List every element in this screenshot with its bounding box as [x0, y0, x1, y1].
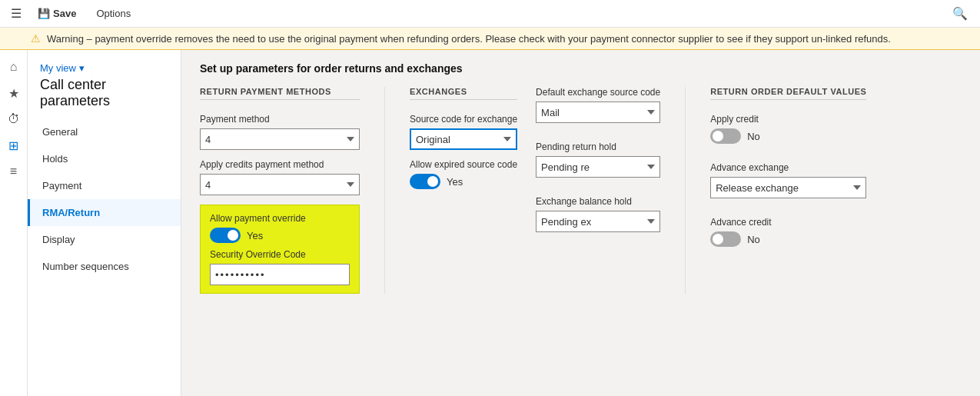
content-area: My view ▾ Call center parameters General… [28, 50, 980, 396]
page-title: Call center parameters [28, 75, 181, 118]
exchanges-label: EXCHANGES [410, 87, 517, 100]
options-button[interactable]: Options [88, 4, 139, 23]
save-button[interactable]: 💾 Save [29, 4, 85, 23]
main-panel: Set up parameters for order returns and … [181, 50, 980, 396]
allow-override-field: Allow payment override Yes [210, 213, 350, 243]
warning-icon: ⚠ [31, 32, 41, 45]
pending-return-label: Pending return hold [536, 141, 660, 152]
warning-text: Warning – payment override removes the n… [47, 33, 891, 45]
allow-expired-label: Allow expired source code [410, 159, 517, 170]
advance-credit-toggle[interactable] [710, 231, 741, 247]
source-code-exchange-label: Source code for exchange [410, 114, 517, 125]
apply-credits-select[interactable]: 4 [200, 174, 360, 195]
allow-override-toggle[interactable] [210, 228, 241, 243]
warning-banner: ⚠ Warning – payment override removes the… [0, 28, 980, 50]
hamburger-icon[interactable]: ☰ [6, 3, 26, 24]
advance-exchange-select[interactable]: Release exchange [710, 177, 866, 198]
section-title: Set up parameters for order returns and … [200, 62, 962, 75]
sidebar: My view ▾ Call center parameters General… [28, 50, 181, 396]
sidebar-item-general[interactable]: General [28, 118, 181, 145]
breadcrumb[interactable]: My view ▾ [28, 56, 181, 75]
advance-credit-label: Advance credit [710, 217, 866, 228]
source-code-exchange-field: Source code for exchange Original [410, 114, 517, 150]
security-code-input[interactable] [210, 264, 350, 285]
apply-credit-toggle[interactable] [710, 128, 741, 144]
sidebar-item-holds[interactable]: Holds [28, 145, 181, 172]
payment-method-label: Payment method [200, 114, 360, 125]
pending-column: Default exchange source code Mail Pendin… [536, 87, 660, 294]
sidebar-item-payment[interactable]: Payment [28, 172, 181, 199]
default-source-label: Default exchange source code [536, 87, 660, 98]
allow-override-label: Allow payment override [210, 213, 350, 224]
security-code-field: Security Override Code [210, 249, 350, 285]
star-icon[interactable]: ★ [3, 82, 25, 104]
allow-expired-value: Yes [447, 176, 463, 188]
sidebar-item-rma-return[interactable]: RMA/Return [28, 199, 181, 226]
allow-expired-toggle[interactable] [410, 174, 440, 189]
highlight-box: Allow payment override Yes [200, 205, 360, 294]
list-icon[interactable]: ≡ [3, 161, 25, 182]
search-button[interactable]: 🔍 [946, 3, 974, 24]
allow-expired-field: Allow expired source code Yes [410, 159, 517, 189]
source-code-exchange-select[interactable]: Original [410, 128, 517, 150]
advance-exchange-field: Advance exchange Release exchange [710, 162, 866, 198]
advance-exchange-label: Advance exchange [710, 162, 866, 173]
return-order-defaults-column: RETURN ORDER DEFAULT VALUES Apply credit… [710, 87, 866, 294]
payment-method-field: Payment method 4 [200, 114, 360, 150]
pending-return-field: Pending return hold Pending re [536, 141, 660, 178]
exchange-balance-field: Exchange balance hold Pending ex [536, 196, 660, 232]
default-source-select[interactable]: Mail [536, 101, 660, 123]
exchange-balance-label: Exchange balance hold [536, 196, 660, 207]
pending-return-select[interactable]: Pending re [536, 156, 660, 178]
advance-credit-field: Advance credit No [710, 217, 866, 247]
sidebar-item-number-sequences[interactable]: Number sequences [28, 253, 181, 280]
exchange-balance-select[interactable]: Pending ex [536, 211, 660, 232]
return-payment-methods-label: RETURN PAYMENT METHODS [200, 87, 360, 100]
home-icon[interactable]: ⌂ [3, 56, 25, 78]
security-code-label: Security Override Code [210, 249, 350, 260]
exchanges-column: EXCHANGES Source code for exchange Origi… [410, 87, 517, 294]
apply-credits-field: Apply credits payment method 4 [200, 159, 360, 195]
chevron-down-icon: ▾ [79, 62, 85, 74]
apply-credits-label: Apply credits payment method [200, 159, 360, 170]
clock-icon[interactable]: ⏱ [3, 108, 25, 130]
payment-method-select[interactable]: 4 [200, 128, 360, 150]
apply-credit-field: Apply credit No [710, 114, 866, 144]
apply-credit-value: No [747, 131, 760, 142]
save-icon: 💾 [38, 8, 50, 19]
allow-override-value: Yes [247, 230, 263, 241]
return-order-defaults-label: RETURN ORDER DEFAULT VALUES [710, 87, 866, 100]
default-source-field: Default exchange source code Mail [536, 87, 660, 123]
advance-credit-value: No [747, 234, 760, 245]
side-icons: ⌂ ★ ⏱ ⊞ ≡ [0, 50, 28, 396]
apply-credit-label: Apply credit [710, 114, 866, 125]
top-bar: ☰ 💾 Save Options 🔍 [0, 0, 980, 28]
grid-icon[interactable]: ⊞ [3, 135, 25, 156]
return-payment-methods-column: RETURN PAYMENT METHODS Payment method 4 … [200, 87, 360, 294]
sidebar-item-display[interactable]: Display [28, 226, 181, 253]
